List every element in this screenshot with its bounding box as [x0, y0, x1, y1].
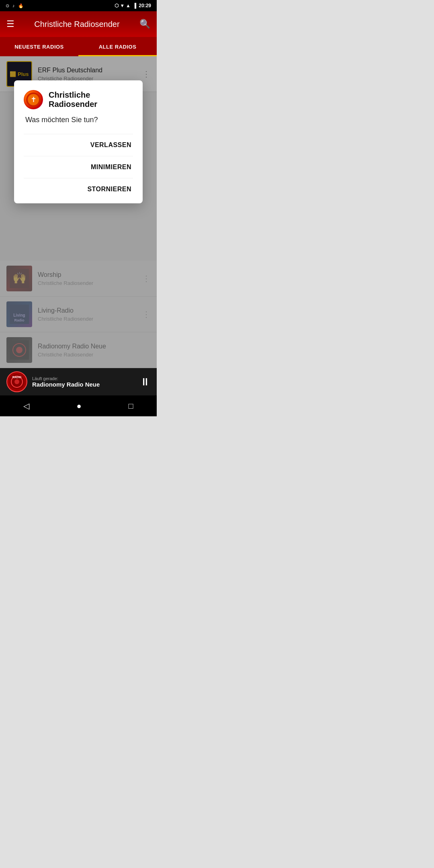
player-label: Läuft gerade: — [32, 376, 135, 381]
cast-icon: ⬡ — [115, 3, 119, 8]
back-button[interactable]: ◁ — [23, 401, 29, 411]
app-header: ☰ Christliche Radiosender 🔍 — [0, 11, 157, 37]
clock: 20:29 — [139, 3, 151, 8]
search-icon[interactable]: 🔍 — [139, 19, 150, 29]
verlassen-button[interactable]: VERLASSEN — [24, 134, 133, 156]
svg-text:RADIO: RADIO — [12, 376, 22, 379]
recent-button[interactable]: □ — [128, 401, 133, 411]
svg-text:✝: ✝ — [31, 96, 37, 104]
battery-icon: ▐ — [133, 3, 137, 8]
player-info: Läuft gerade: Radionomy Radio Neue — [32, 376, 135, 388]
status-icons-right: ⬡ ▾ ▲ ▐ 20:29 — [115, 3, 151, 8]
modal-title: Christliche Radiosender — [49, 90, 133, 109]
player-title: Radionomy Radio Neue — [32, 381, 135, 388]
svg-point-13 — [14, 379, 19, 384]
signal-icon: ▲ — [126, 3, 131, 8]
pause-button[interactable]: ⏸ — [140, 376, 150, 388]
stornieren-button[interactable]: STORNIEREN — [24, 178, 133, 200]
app-title: Christliche Radiosender — [14, 20, 139, 29]
minimieren-button[interactable]: MINIMIEREN — [24, 156, 133, 178]
tab-alle-radios[interactable]: ALLE RADIOS — [78, 37, 157, 56]
modal-app-icon: ✝ — [24, 90, 43, 109]
player-bar: RADIO Läuft gerade: Radionomy Radio Neue… — [0, 368, 157, 395]
modal-dialog: ✝ Christliche Radiosender Was möchten Si… — [14, 80, 143, 203]
wifi-icon: ▾ — [121, 3, 123, 8]
nav-bar: ◁ ● □ — [0, 395, 157, 416]
content-area: 🟨 Plus ERF Plus Deutschland Christliche … — [0, 56, 157, 368]
menu-icon[interactable]: ☰ — [6, 19, 14, 29]
status-icons-left: ⊙ ♪ 🔥 — [6, 3, 24, 8]
music-icon: ♪ — [12, 3, 15, 8]
status-bar: ⊙ ♪ 🔥 ⬡ ▾ ▲ ▐ 20:29 — [0, 0, 157, 11]
player-thumbnail: RADIO — [6, 371, 27, 392]
modal-actions: VERLASSEN MINIMIEREN STORNIEREN — [24, 134, 133, 200]
tab-neueste-radios[interactable]: NEUESTE RADIOS — [0, 37, 78, 56]
modal-header: ✝ Christliche Radiosender — [24, 90, 133, 109]
modal-question: Was möchten Sie tun? — [25, 116, 133, 124]
home-button[interactable]: ● — [76, 401, 81, 411]
camera-icon: ⊙ — [6, 3, 9, 8]
tab-bar: NEUESTE RADIOS ALLE RADIOS — [0, 37, 157, 56]
fire-icon: 🔥 — [18, 3, 24, 8]
modal-overlay: ✝ Christliche Radiosender Was möchten Si… — [0, 56, 157, 368]
